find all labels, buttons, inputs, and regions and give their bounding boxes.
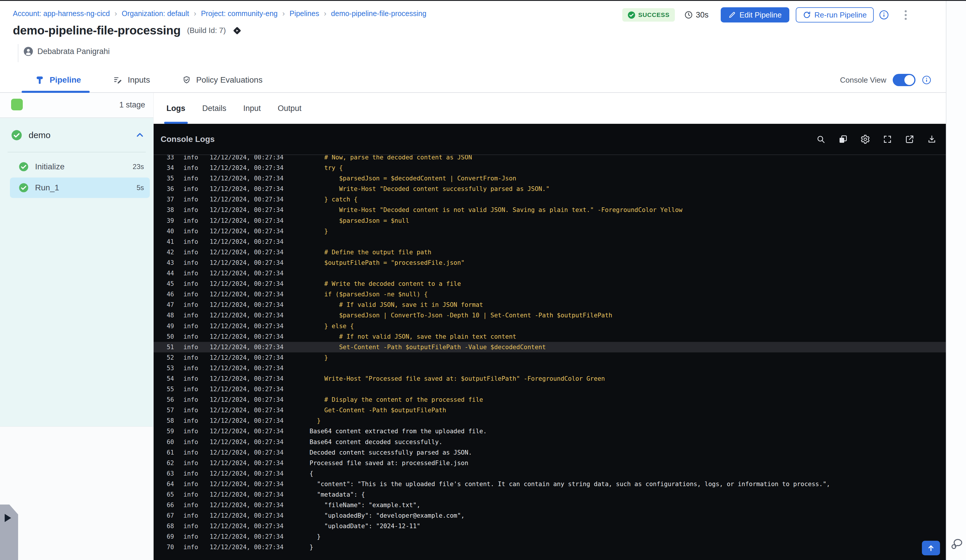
console-view-toggle[interactable] <box>893 74 915 86</box>
edit-pipeline-button[interactable]: Edit Pipeline <box>721 7 789 23</box>
log-message: } else { <box>309 321 354 332</box>
log-level: info <box>183 184 199 194</box>
step-name: Initialize <box>35 162 64 171</box>
log-row-43: 43info12/12/2024, 00:27:34 $outputFilePa… <box>154 258 946 268</box>
log-timestamp: 12/12/2024, 00:27:34 <box>210 258 289 268</box>
log-timestamp: 12/12/2024, 00:27:34 <box>210 489 289 500</box>
log-line-number: 58 <box>161 415 174 426</box>
log-level: info <box>183 426 199 437</box>
log-level: info <box>183 373 199 384</box>
log-tab-logs[interactable]: Logs <box>166 93 186 124</box>
log-row-66: 66info12/12/2024, 00:27:34 "fileName": "… <box>154 500 946 511</box>
log-line-number: 65 <box>161 489 174 500</box>
console-toolbar <box>815 133 938 145</box>
log-message: try { <box>309 163 343 173</box>
stage-divider <box>8 152 146 153</box>
log-message: { <box>309 468 313 479</box>
main-layout: 1 stage demo Initialize23sRun_15s LogsDe <box>0 93 946 560</box>
scroll-to-top-button[interactable] <box>922 541 940 555</box>
log-line-number: 56 <box>161 394 174 405</box>
step-run_1[interactable]: Run_15s <box>10 177 150 198</box>
more-options-button[interactable] <box>903 8 909 21</box>
breadcrumb-item-5[interactable]: demo-pipeline-file-processing <box>331 9 427 18</box>
copy-icon[interactable] <box>837 133 849 145</box>
log-row-57: 57info12/12/2024, 00:27:34 Get-Content -… <box>154 405 946 415</box>
tab-label: Pipeline <box>50 76 81 85</box>
fullscreen-icon[interactable] <box>882 133 893 145</box>
breadcrumb-item-2[interactable]: Organization: default <box>122 9 189 18</box>
log-message: } <box>309 352 328 363</box>
log-level: info <box>183 447 199 458</box>
rerun-info-icon[interactable] <box>879 10 889 20</box>
sidebar-expand-handle[interactable] <box>0 504 18 560</box>
step-duration: 5s <box>137 184 144 192</box>
tab-pipeline[interactable]: Pipeline <box>35 68 81 92</box>
log-level: info <box>183 342 199 352</box>
log-line-number: 62 <box>161 458 174 468</box>
log-timestamp: 12/12/2024, 00:27:34 <box>210 363 289 373</box>
refresh-icon <box>803 11 811 19</box>
log-timestamp: 12/12/2024, 00:27:34 <box>210 426 289 437</box>
log-message: $parsedJson = $decodedContent | ConvertF… <box>309 173 516 184</box>
log-row-50: 50info12/12/2024, 00:27:34 # If not vali… <box>154 332 946 342</box>
duration: 30s <box>684 10 709 20</box>
breadcrumb-separator: › <box>324 9 327 18</box>
log-row-36: 36info12/12/2024, 00:27:34 Write-Host "D… <box>154 184 946 194</box>
tab-label: Inputs <box>128 76 150 85</box>
breadcrumb-item-3[interactable]: Project: community-eng <box>201 9 278 18</box>
inputs-icon <box>113 76 122 85</box>
log-message: Write-Host "Decoded content successfully… <box>309 184 550 194</box>
check-circle-icon <box>11 130 22 141</box>
tab-policy-evaluations[interactable]: Policy Evaluations <box>182 68 263 92</box>
log-tabs: LogsDetailsInputOutput <box>154 93 946 124</box>
tab-inputs[interactable]: Inputs <box>113 68 150 92</box>
step-initialize[interactable]: Initialize23s <box>0 156 153 177</box>
step-list: Initialize23sRun_15s <box>0 156 153 198</box>
breadcrumb-item-1[interactable]: Account: app-harness-ng-cicd <box>13 9 110 18</box>
log-row-51: 51info12/12/2024, 00:27:34 Set-Content -… <box>154 342 946 352</box>
support-chat-icon[interactable] <box>950 537 963 551</box>
expand-triangle-icon <box>5 514 11 522</box>
log-level: info <box>183 163 199 173</box>
console-view-label: Console View <box>840 76 886 85</box>
console-log-body[interactable]: 33info12/12/2024, 00:27:34 # Now, parse … <box>154 155 946 560</box>
search-icon[interactable] <box>815 133 827 145</box>
log-timestamp: 12/12/2024, 00:27:34 <box>210 194 289 205</box>
log-level: info <box>183 511 199 521</box>
log-message: } <box>309 415 320 426</box>
open-in-new-icon[interactable] <box>904 133 915 145</box>
breadcrumb-item-4[interactable]: Pipelines <box>289 9 319 18</box>
log-tab-output[interactable]: Output <box>278 93 301 124</box>
log-tab-details[interactable]: Details <box>202 93 227 124</box>
chevron-up-icon[interactable] <box>135 130 145 140</box>
user-name: Debabrata Panigrahi <box>38 47 110 56</box>
log-timestamp: 12/12/2024, 00:27:34 <box>210 310 289 320</box>
log-level: info <box>183 332 199 342</box>
log-tab-input[interactable]: Input <box>243 93 261 124</box>
log-message: Processed file saved at: processedFile.j… <box>309 458 468 468</box>
page-title: demo-pipeline-file-processing <box>13 24 181 38</box>
rerun-pipeline-button[interactable]: Re-run Pipeline <box>796 7 874 23</box>
log-row-60: 60info12/12/2024, 00:27:34Base64 content… <box>154 437 946 447</box>
log-timestamp: 12/12/2024, 00:27:34 <box>210 437 289 447</box>
log-message: "fileName": "example.txt", <box>309 500 420 511</box>
console-view-info-icon[interactable] <box>922 75 932 85</box>
stage-header-demo[interactable]: demo <box>0 118 153 149</box>
log-row-65: 65info12/12/2024, 00:27:34 "metadata": { <box>154 489 946 500</box>
settings-icon[interactable] <box>859 133 871 145</box>
log-line-number: 55 <box>161 384 174 394</box>
page-header: Account: app-harness-ng-cicd›Organizatio… <box>0 1 946 68</box>
log-level: info <box>183 194 199 205</box>
triggered-by: Debabrata Panigrahi <box>23 46 110 56</box>
download-icon[interactable] <box>926 133 938 145</box>
log-timestamp: 12/12/2024, 00:27:34 <box>210 173 289 184</box>
tab-label: Policy Evaluations <box>196 76 263 85</box>
log-message: } <box>309 531 320 542</box>
log-message: # Define the output file path <box>309 247 431 258</box>
log-timestamp: 12/12/2024, 00:27:34 <box>210 447 289 458</box>
log-row-54: 54info12/12/2024, 00:27:34 Write-Host "P… <box>154 373 946 384</box>
log-line-number: 40 <box>161 226 174 236</box>
log-line-number: 67 <box>161 511 174 521</box>
log-timestamp: 12/12/2024, 00:27:34 <box>210 215 289 226</box>
log-timestamp: 12/12/2024, 00:27:34 <box>210 405 289 415</box>
